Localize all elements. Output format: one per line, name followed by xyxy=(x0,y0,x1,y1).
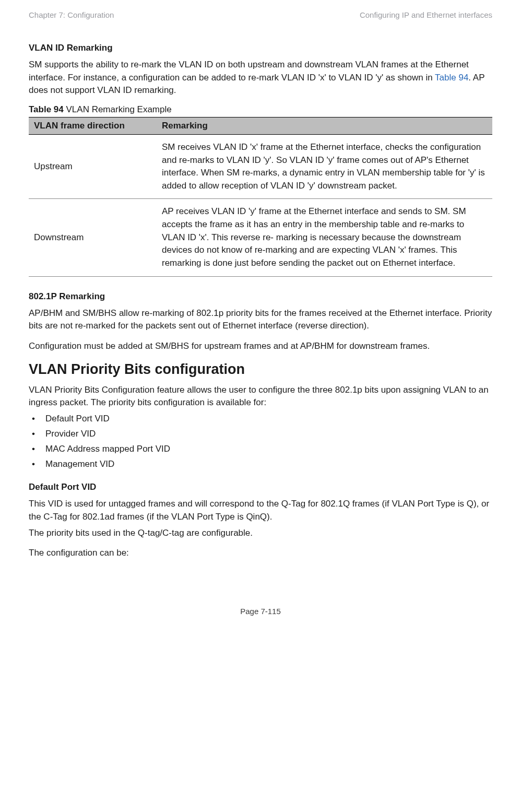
table-cell-remarking: SM receives VLAN ID 'x' frame at the Eth… xyxy=(157,134,492,199)
list-item: Management VID xyxy=(29,457,492,472)
table-header-cell: Remarking xyxy=(157,117,492,134)
table-header-cell: VLAN frame direction xyxy=(29,117,157,134)
para-default-port-vid-3: The configuration can be: xyxy=(29,547,492,560)
para-default-port-vid-1: This VID is used for untagged frames and… xyxy=(29,498,492,523)
para-vlan-priority-bits: VLAN Priority Bits Configuration feature… xyxy=(29,384,492,409)
table-header-row: VLAN frame direction Remarking xyxy=(29,117,492,134)
heading-vlan-id-remarking: VLAN ID Remarking xyxy=(29,43,492,53)
table-caption: Table 94 VLAN Remarking Example xyxy=(29,104,492,115)
list-item: MAC Address mapped Port VID xyxy=(29,442,492,457)
para-default-port-vid-2: The priority bits used in the Q-tag/C-ta… xyxy=(29,527,492,540)
para-8021p-2: Configuration must be added at SM/BHS fo… xyxy=(29,340,492,353)
page-content: Chapter 7: Configuration Configuring IP … xyxy=(0,0,521,637)
priority-bits-list: Default Port VID Provider VID MAC Addres… xyxy=(29,411,492,472)
table-row: Upstream SM receives VLAN ID 'x' frame a… xyxy=(29,134,492,199)
page-header: Chapter 7: Configuration Configuring IP … xyxy=(29,10,492,19)
table-cell-remarking: AP receives VLAN ID 'y' frame at the Eth… xyxy=(157,199,492,276)
list-item: Provider VID xyxy=(29,427,492,442)
table-cell-direction: Upstream xyxy=(29,134,157,199)
heading-vlan-priority-bits: VLAN Priority Bits configuration xyxy=(29,361,492,378)
table-caption-number: Table 94 xyxy=(29,104,64,114)
heading-default-port-vid: Default Port VID xyxy=(29,482,492,492)
table-cell-direction: Downstream xyxy=(29,199,157,276)
header-left: Chapter 7: Configuration xyxy=(29,10,114,19)
table-row: Downstream AP receives VLAN ID 'y' frame… xyxy=(29,199,492,276)
text-span: SM supports the ability to re-mark the V… xyxy=(29,60,469,83)
heading-8021p-remarking: 802.1P Remarking xyxy=(29,291,492,302)
page-footer: Page 7-115 xyxy=(29,607,492,616)
header-right: Configuring IP and Ethernet interfaces xyxy=(360,10,492,19)
vlan-remarking-table: VLAN frame direction Remarking Upstream … xyxy=(29,117,492,277)
para-vlan-id-remarking: SM supports the ability to re-mark the V… xyxy=(29,58,492,97)
link-table-94[interactable]: Table 94 xyxy=(435,73,468,83)
para-8021p-1: AP/BHM and SM/BHS allow re-marking of 80… xyxy=(29,307,492,333)
table-caption-text: VLAN Remarking Example xyxy=(64,104,172,114)
list-item: Default Port VID xyxy=(29,411,492,427)
